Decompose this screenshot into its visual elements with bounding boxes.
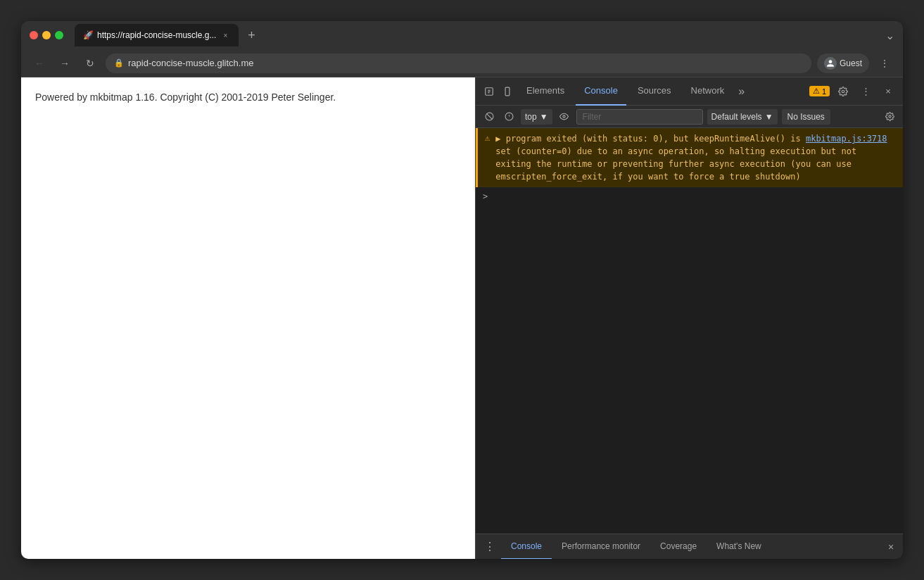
log-level-label: Default levels — [711, 112, 762, 122]
warning-count: 1 — [822, 87, 826, 96]
context-arrow: ▼ — [540, 112, 548, 122]
console-tab-label: Console — [584, 85, 618, 96]
devtools-tab-console[interactable]: Console — [576, 77, 626, 106]
address-text: rapid-concise-muscle.glitch.me — [128, 58, 803, 68]
bottom-tab-console[interactable]: Console — [501, 534, 552, 560]
console-warning-link[interactable]: mkbitmap.js:3718 — [806, 134, 887, 144]
bottom-whats-new-label: What's New — [716, 541, 761, 551]
prompt-arrow: > — [483, 191, 488, 201]
bottom-performance-monitor-label: Performance monitor — [562, 541, 640, 551]
webpage: Powered by mkbitmap 1.16. Copyright (C) … — [21, 77, 475, 559]
device-toggle-button[interactable] — [500, 84, 515, 99]
eye-button[interactable] — [557, 109, 572, 125]
warning-text-suffix: set (counter=0) due to an async operatio… — [495, 146, 856, 182]
devtools-toolbar-right: ⚠ 1 ⋮ × — [809, 82, 897, 101]
svg-point-9 — [563, 115, 565, 118]
console-warning-message: ⚠ ▶ program exited (with status: 0), but… — [476, 128, 903, 187]
browser-window: 🚀 https://rapid-concise-muscle.g... × + … — [21, 21, 903, 559]
bottom-close-button[interactable]: × — [882, 538, 900, 556]
svg-point-3 — [842, 90, 844, 93]
devtools-tab-network[interactable]: Network — [683, 77, 733, 106]
active-tab[interactable]: 🚀 https://rapid-concise-muscle.g... × — [75, 24, 239, 46]
forward-button[interactable]: → — [55, 53, 75, 73]
refresh-icon: ↻ — [86, 58, 94, 69]
devtools-more-button[interactable]: ⋮ — [856, 82, 875, 101]
clear-console-button[interactable] — [481, 109, 497, 125]
traffic-lights — [30, 31, 63, 39]
more-icon: ⋮ — [861, 86, 871, 96]
forward-icon: → — [60, 58, 70, 69]
title-bar: 🚀 https://rapid-concise-muscle.g... × + … — [21, 21, 903, 49]
bottom-coverage-label: Coverage — [660, 541, 697, 551]
svg-point-10 — [888, 115, 890, 118]
bottom-tab-coverage[interactable]: Coverage — [650, 534, 707, 560]
inspect-element-button[interactable] — [481, 84, 497, 99]
devtools-panel: Elements Console Sources Network » ⚠ 1 — [475, 77, 903, 559]
nav-bar: ← → ↻ 🔒 rapid-concise-muscle.glitch.me G… — [21, 49, 903, 77]
profile-button[interactable]: Guest — [817, 53, 869, 73]
devtools-toolbar: Elements Console Sources Network » ⚠ 1 — [476, 77, 903, 106]
tab-favicon: 🚀 — [83, 30, 93, 40]
minimize-traffic-light[interactable] — [42, 31, 51, 39]
menu-icon: ⋮ — [880, 58, 890, 69]
close-traffic-light[interactable] — [30, 31, 38, 39]
devtools-close-button[interactable]: × — [879, 82, 897, 101]
warning-icon: ⚠ — [813, 87, 820, 96]
devtools-tab-elements[interactable]: Elements — [518, 77, 573, 106]
address-bar[interactable]: 🔒 rapid-concise-muscle.glitch.me — [106, 53, 811, 73]
back-icon: ← — [34, 58, 44, 69]
devtools-tab-sources[interactable]: Sources — [629, 77, 680, 106]
back-button[interactable]: ← — [30, 53, 49, 73]
lock-icon: 🔒 — [114, 58, 124, 68]
main-area: Powered by mkbitmap 1.16. Copyright (C) … — [21, 77, 903, 559]
more-tabs-button[interactable]: » — [735, 85, 747, 98]
nav-right: Guest ⋮ — [817, 53, 894, 73]
bottom-console-label: Console — [511, 541, 542, 551]
svg-line-5 — [486, 114, 492, 120]
bottom-tab-whats-new[interactable]: What's New — [707, 534, 771, 560]
context-label: top — [525, 112, 537, 122]
log-level-arrow: ▼ — [765, 112, 773, 122]
stop-button[interactable] — [501, 109, 517, 125]
log-level-selector[interactable]: Default levels ▼ — [707, 109, 778, 125]
elements-tab-label: Elements — [526, 85, 564, 96]
warning-text-prefix: ▶ program exited (with status: 0), but k… — [495, 134, 806, 144]
devtools-settings-button[interactable] — [834, 82, 852, 101]
network-tab-label: Network — [691, 85, 725, 96]
sources-tab-label: Sources — [638, 85, 671, 96]
tab-bar-expand[interactable]: ⌄ — [885, 29, 894, 42]
no-issues-label: No Issues — [787, 112, 825, 122]
console-settings-button[interactable] — [882, 109, 897, 125]
filter-input[interactable] — [576, 109, 703, 125]
svg-rect-1 — [505, 87, 510, 96]
bottom-tab-performance-monitor[interactable]: Performance monitor — [552, 534, 650, 560]
console-sub-toolbar: top ▼ Default levels ▼ No Issues — [476, 106, 903, 128]
browser-menu-button[interactable]: ⋮ — [875, 53, 894, 73]
tab-close-button[interactable]: × — [220, 30, 230, 40]
tab-bar: 🚀 https://rapid-concise-muscle.g... × + … — [75, 24, 894, 46]
warning-badge[interactable]: ⚠ 1 — [809, 86, 830, 96]
close-icon: × — [885, 86, 891, 96]
new-tab-button[interactable]: + — [241, 25, 261, 45]
profile-label: Guest — [840, 58, 862, 68]
tab-url: https://rapid-concise-muscle.g... — [97, 30, 216, 40]
profile-icon — [824, 57, 837, 70]
devtools-bottom-bar: ⋮ Console Performance monitor Coverage W… — [476, 534, 903, 559]
webpage-content: Powered by mkbitmap 1.16. Copyright (C) … — [35, 92, 461, 103]
maximize-traffic-light[interactable] — [55, 31, 63, 39]
no-issues-button[interactable]: No Issues — [782, 109, 830, 125]
console-warning-text: ▶ program exited (with status: 0), but k… — [495, 132, 896, 183]
console-output: ⚠ ▶ program exited (with status: 0), but… — [476, 128, 903, 534]
console-prompt[interactable]: > — [476, 187, 903, 206]
warning-triangle-icon: ⚠ — [485, 133, 490, 183]
bottom-dots-button[interactable]: ⋮ — [479, 540, 501, 553]
refresh-button[interactable]: ↻ — [80, 53, 100, 73]
context-selector[interactable]: top ▼ — [521, 109, 552, 125]
